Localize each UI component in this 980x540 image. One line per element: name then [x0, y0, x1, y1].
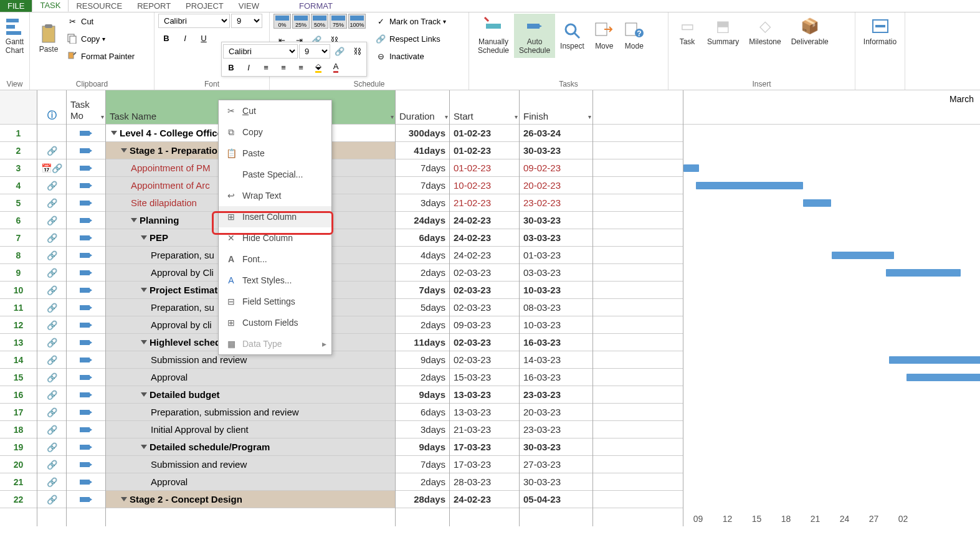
- menu-custom-fields[interactable]: ⊞Custom Fields: [219, 312, 331, 333]
- finish-cell[interactable]: 01-03-23: [520, 247, 592, 264]
- duration-cell[interactable]: 2days: [396, 264, 449, 282]
- row-number[interactable]: 1: [0, 125, 37, 142]
- task-mode-cell[interactable]: [67, 473, 105, 491]
- start-cell[interactable]: 21-02-23: [450, 194, 519, 212]
- predecessor-cell[interactable]: [593, 334, 683, 351]
- start-cell[interactable]: 02-03-23: [450, 299, 519, 316]
- task-insert-button[interactable]: ▭ Task: [672, 14, 702, 49]
- finish-cell[interactable]: 30-03-23: [520, 142, 592, 159]
- finish-cell[interactable]: 20-02-23: [520, 177, 592, 194]
- predecessor-cell[interactable]: [593, 386, 683, 404]
- task-mode-cell[interactable]: [67, 316, 105, 334]
- finish-cell[interactable]: 10-03-23: [520, 316, 592, 334]
- finish-cell[interactable]: 23-03-23: [520, 421, 592, 438]
- start-cell[interactable]: 10-02-23: [450, 177, 519, 194]
- dropdown-icon[interactable]: ▾: [588, 113, 591, 120]
- start-cell[interactable]: 02-03-23: [450, 334, 519, 351]
- gantt-chart-button[interactable]: Gantt Chart: [4, 14, 26, 58]
- predecessor-cell[interactable]: [593, 316, 683, 334]
- finish-cell[interactable]: 03-03-23: [520, 264, 592, 282]
- start-cell[interactable]: 01-02-23: [450, 125, 519, 142]
- start-cell[interactable]: 01-02-23: [450, 159, 519, 177]
- tab-task[interactable]: TASK: [32, 0, 69, 12]
- predecessor-cell[interactable]: [593, 229, 683, 247]
- duration-cell[interactable]: 2days: [396, 369, 449, 386]
- manually-schedule-button[interactable]: Manually Schedule: [473, 14, 514, 58]
- start-cell[interactable]: 13-03-23: [450, 386, 519, 404]
- finish-cell[interactable]: 23-03-23: [520, 386, 592, 404]
- mini-unlink-icon[interactable]: ⛓: [349, 44, 365, 59]
- respect-links-button[interactable]: 🔗 Respect Links: [372, 31, 449, 46]
- finish-cell[interactable]: 09-02-23: [520, 159, 592, 177]
- duration-cell[interactable]: 3days: [396, 421, 449, 438]
- italic-button[interactable]: I: [177, 31, 193, 45]
- predecessor-cell[interactable]: [593, 177, 683, 194]
- dropdown-icon[interactable]: ▾: [515, 113, 518, 120]
- dropdown-icon[interactable]: ▾: [101, 113, 104, 120]
- finish-cell[interactable]: 30-03-23: [520, 212, 592, 229]
- progress-75-button[interactable]: 75%: [330, 14, 347, 29]
- task-mode-cell[interactable]: [67, 386, 105, 404]
- predecessor-cell[interactable]: [593, 212, 683, 229]
- row-number[interactable]: 2: [0, 142, 37, 159]
- start-cell[interactable]: 02-03-23: [450, 351, 519, 369]
- task-mode-cell[interactable]: [67, 247, 105, 264]
- tab-file[interactable]: FILE: [0, 0, 32, 12]
- task-mode-cell[interactable]: [67, 264, 105, 282]
- finish-cell[interactable]: 27-03-23: [520, 456, 592, 473]
- milestone-button[interactable]: ◇ Milestone: [744, 14, 786, 49]
- row-number[interactable]: 10: [0, 282, 37, 299]
- cut-button[interactable]: ✂ Cut: [64, 14, 137, 29]
- duration-cell[interactable]: 7days: [396, 456, 449, 473]
- start-cell[interactable]: 24-02-23: [450, 212, 519, 229]
- start-cell[interactable]: 13-03-23: [450, 404, 519, 421]
- task-mode-cell[interactable]: [67, 334, 105, 351]
- predecessor-cell[interactable]: [593, 421, 683, 438]
- task-mode-cell[interactable]: [67, 421, 105, 438]
- menu-wrap-text[interactable]: ↩Wrap Text: [219, 185, 331, 206]
- task-mode-cell[interactable]: [67, 369, 105, 386]
- auto-schedule-button[interactable]: Auto Schedule: [514, 14, 555, 58]
- mini-font-select[interactable]: Calibri: [223, 44, 298, 59]
- predecessor-cell[interactable]: [593, 125, 683, 142]
- predecessor-cell[interactable]: [593, 194, 683, 212]
- mini-link-icon[interactable]: 🔗: [331, 44, 348, 59]
- copy-button[interactable]: Copy ▾: [64, 31, 137, 46]
- task-mode-cell[interactable]: [67, 177, 105, 194]
- mini-font-color-button[interactable]: A: [328, 60, 344, 75]
- task-mode-cell[interactable]: [67, 159, 105, 177]
- start-cell[interactable]: 24-02-23: [450, 247, 519, 264]
- dropdown-icon[interactable]: ▾: [445, 113, 448, 120]
- row-number[interactable]: 16: [0, 386, 37, 404]
- tab-view[interactable]: VIEW: [231, 0, 267, 12]
- task-name-cell[interactable]: Detailed budget: [106, 386, 395, 404]
- task-name-cell[interactable]: Approval: [106, 473, 395, 491]
- format-painter-button[interactable]: Format Painter: [64, 49, 137, 64]
- tab-report[interactable]: REPORT: [130, 0, 178, 12]
- mini-italic-button[interactable]: I: [240, 60, 257, 75]
- predecessor-cell[interactable]: [593, 299, 683, 316]
- duration-cell[interactable]: 2days: [396, 316, 449, 334]
- row-number[interactable]: 4: [0, 177, 37, 194]
- finish-cell[interactable]: 23-02-23: [520, 194, 592, 212]
- task-mode-cell[interactable]: [67, 142, 105, 159]
- row-number[interactable]: 19: [0, 438, 37, 456]
- predecessor-cell[interactable]: [593, 404, 683, 421]
- predecessor-cell[interactable]: [593, 142, 683, 159]
- row-number[interactable]: 18: [0, 421, 37, 438]
- menu-paste-special[interactable]: Paste Special...: [219, 164, 331, 185]
- duration-cell[interactable]: 3days: [396, 194, 449, 212]
- menu-cut[interactable]: ✂Cut: [219, 100, 331, 121]
- tab-format[interactable]: FORMAT: [292, 0, 340, 12]
- duration-cell[interactable]: 6days: [396, 229, 449, 247]
- duration-cell[interactable]: 9days: [396, 351, 449, 369]
- bold-button[interactable]: B: [158, 31, 174, 45]
- mini-align-right-button[interactable]: ≡: [293, 60, 309, 75]
- finish-cell[interactable]: 05-04-23: [520, 491, 592, 508]
- duration-cell[interactable]: 5days: [396, 299, 449, 316]
- paste-button[interactable]: Paste: [34, 14, 64, 64]
- inactivate-button[interactable]: ⊖ Inactivate: [372, 49, 449, 64]
- duration-cell[interactable]: 41days: [396, 142, 449, 159]
- progress-25-button[interactable]: 25%: [292, 14, 310, 29]
- finish-cell[interactable]: 26-03-24: [520, 125, 592, 142]
